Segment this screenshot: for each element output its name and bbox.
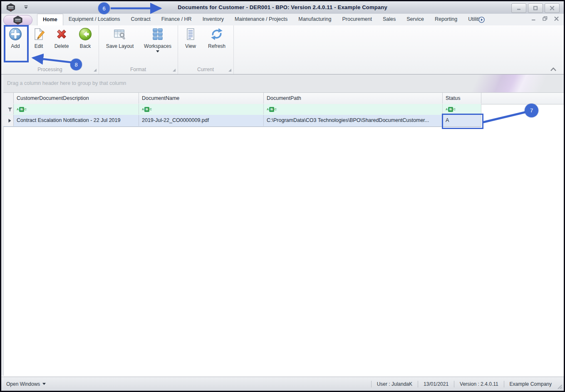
column-header-document-path[interactable]: DocumentPath — [264, 93, 443, 104]
callout-6: 6 — [98, 2, 110, 14]
filter-cell-status[interactable]: ABC — [443, 104, 481, 114]
delete-icon — [55, 27, 69, 41]
abc-filter-icon: ABC — [17, 107, 27, 112]
delete-button-label: Delete — [55, 43, 69, 49]
open-windows-caret-icon — [42, 383, 46, 385]
minimize-icon — [516, 6, 521, 10]
delete-button[interactable]: Delete — [50, 27, 74, 49]
abc-filter-icon: ABC — [267, 107, 277, 112]
tab-manufacturing[interactable]: Manufacturing — [293, 14, 337, 25]
ribbon: Processing Format Current Add — [1, 25, 564, 74]
workspaces-button-label: Workspaces — [144, 43, 171, 49]
grid-filter-row: ABC ABC ABC ABC — [3, 104, 481, 115]
group-by-hint: Drag a column header here to group by th… — [7, 74, 126, 92]
maximize-icon — [533, 6, 538, 10]
refresh-button[interactable]: Refresh — [205, 27, 229, 49]
tab-home[interactable]: Home — [37, 14, 63, 25]
documents-grid: Drag a column header here to group by th… — [1, 74, 564, 376]
tab-inventory[interactable]: Inventory — [197, 14, 229, 25]
app-logo-icon — [13, 16, 23, 25]
status-user: User : JulandaK — [371, 381, 418, 387]
ribbon-group-label: Current — [178, 67, 233, 72]
tab-sales[interactable]: Sales — [377, 14, 401, 25]
abc-filter-icon: ABC — [142, 107, 152, 112]
column-header-filler — [481, 93, 564, 104]
column-header-document-name[interactable]: DocumentName — [139, 93, 264, 104]
header-indicator-cell — [3, 93, 14, 104]
ribbon-tab-row: Home Equipment / Locations Contract Fina… — [1, 14, 564, 25]
cell-document-path[interactable]: C:\ProgramData\CO3 Technologies\BPO\Shar… — [264, 115, 443, 126]
dialog-launcher-icon[interactable] — [94, 69, 97, 72]
refresh-icon — [210, 27, 224, 41]
workspaces-button[interactable]: Workspaces — [141, 27, 174, 52]
mdi-minimize-button[interactable] — [531, 17, 536, 21]
callout-8: 8 — [70, 59, 82, 70]
workspaces-icon — [151, 27, 165, 41]
application-menu-button[interactable] — [3, 15, 32, 25]
close-icon — [550, 6, 555, 10]
edit-icon — [32, 27, 46, 41]
tab-procurement[interactable]: Procurement — [337, 14, 377, 25]
cell-customer-document-description[interactable]: Contract Escalation Notification - 22 Ju… — [14, 115, 139, 126]
tab-service[interactable]: Service — [401, 14, 429, 25]
ribbon-group-label: Format — [99, 67, 178, 72]
filter-funnel-icon — [7, 107, 12, 112]
add-button[interactable]: Add — [4, 27, 27, 49]
add-button-label: Add — [11, 43, 20, 49]
edit-button[interactable]: Edit — [29, 27, 49, 49]
back-icon — [78, 27, 92, 41]
edit-button-label: Edit — [35, 43, 43, 49]
resize-grip-icon[interactable] — [557, 384, 563, 390]
minimize-button[interactable] — [511, 3, 526, 13]
row-selector-cell — [3, 115, 14, 126]
table-row[interactable]: Contract Escalation Notification - 22 Ju… — [3, 115, 481, 127]
tab-finance-hr[interactable]: Finance / HR — [156, 14, 197, 25]
group-band-decoration — [439, 74, 564, 92]
save-layout-button-label: Save Layout — [106, 43, 134, 49]
view-button[interactable]: View — [181, 27, 201, 49]
dialog-launcher-icon[interactable] — [173, 69, 176, 72]
column-header-status[interactable]: Status — [443, 93, 481, 104]
cell-document-name[interactable]: 2019-Jul-22_CO0000009.pdf — [139, 115, 264, 126]
back-button-label: Back — [80, 43, 91, 49]
view-button-label: View — [185, 43, 196, 49]
tab-scroll-right-icon[interactable] — [478, 17, 485, 23]
tab-utilities[interactable]: Utiliti — [463, 14, 480, 25]
close-button[interactable] — [545, 3, 560, 13]
maximize-button[interactable] — [528, 3, 543, 13]
collapse-ribbon-icon[interactable] — [550, 67, 557, 72]
dialog-launcher-icon[interactable] — [228, 69, 231, 72]
tab-maintenance-projects[interactable]: Maintenance / Projects — [229, 14, 293, 25]
group-by-panel[interactable]: Drag a column header here to group by th… — [3, 74, 564, 92]
workspaces-dropdown-icon — [156, 50, 159, 52]
back-button[interactable]: Back — [74, 27, 96, 49]
window-title: Documents for Customer - DER001 - BPO: V… — [1, 1, 564, 14]
tab-reporting[interactable]: Reporting — [429, 14, 463, 25]
view-icon — [183, 27, 198, 41]
status-company: Example Company — [504, 381, 557, 387]
row-marker-icon — [8, 119, 11, 123]
app-window: Documents for Customer - DER001 - BPO: V… — [0, 0, 565, 392]
ribbon-group-label: Processing — [1, 67, 99, 72]
filter-cell-document-path[interactable]: ABC — [264, 104, 443, 114]
grid-header-row: CustomerDocumentDescription DocumentName… — [3, 92, 564, 104]
filter-cell-description[interactable]: ABC — [14, 104, 139, 114]
save-layout-button[interactable]: Save Layout — [103, 27, 137, 49]
refresh-button-label: Refresh — [208, 43, 226, 49]
abc-filter-icon: ABC — [446, 107, 456, 112]
title-bar: Documents for Customer - DER001 - BPO: V… — [1, 1, 564, 14]
cell-status[interactable]: A — [443, 115, 481, 126]
mdi-restore-button[interactable] — [543, 16, 548, 21]
tab-contract[interactable]: Contract — [125, 14, 156, 25]
tab-equipment-locations[interactable]: Equipment / Locations — [63, 14, 126, 25]
callout-7: 7 — [525, 104, 538, 117]
open-windows-label: Open Windows — [6, 381, 40, 387]
column-header-customer-document-description[interactable]: CustomerDocumentDescription — [14, 93, 139, 104]
filter-row-indicator — [3, 104, 14, 114]
open-windows-button[interactable]: Open Windows — [6, 377, 46, 391]
status-date: 13/01/2021 — [418, 381, 454, 387]
filter-cell-document-name[interactable]: ABC — [139, 104, 264, 114]
status-bar: Open Windows User : JulandaK 13/01/2021 … — [1, 377, 564, 391]
mdi-close-button[interactable] — [554, 17, 559, 21]
add-icon — [8, 27, 22, 41]
